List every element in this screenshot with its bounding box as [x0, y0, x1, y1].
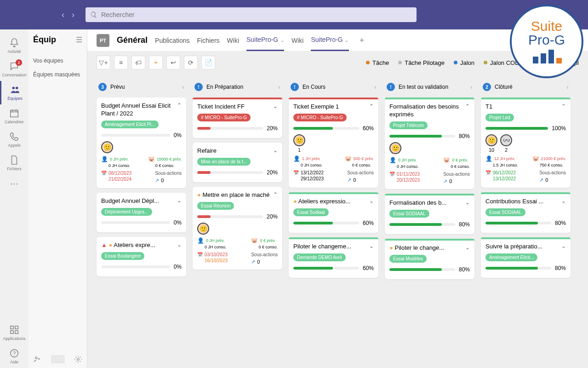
rail-calls[interactable]: Appels	[0, 128, 29, 151]
chevron-down-icon[interactable]: ⌄	[561, 198, 566, 204]
chevron-down-icon[interactable]: ⌄	[369, 243, 374, 249]
chevron-down-icon: ⌄	[279, 38, 284, 43]
column-title: Prévu	[110, 84, 178, 90]
team-sidebar-title: Équip	[33, 35, 56, 45]
card[interactable]: Ticket Exemple 1⌃ # MICRO - SuitePro-G 6…	[289, 98, 378, 188]
card[interactable]: ● Piloter le change...⌄ Essai Modèles 80…	[385, 239, 474, 279]
search-input[interactable]	[101, 11, 412, 18]
search-box[interactable]	[86, 7, 417, 22]
chevron-down-icon[interactable]: ⌄	[369, 198, 374, 204]
column-badge: !	[387, 83, 395, 91]
rail-chat[interactable]: 2 Conversation	[0, 58, 29, 81]
your-teams-link[interactable]: Vos équipes	[33, 54, 82, 68]
card[interactable]: T1⌃ Projet Led 100% 🙂10 👓2 👤12 JH prév.1…	[481, 98, 571, 188]
share-icon: ↗	[539, 177, 543, 183]
team-sidebar: Équip ☰ Vos équipes Équipes masquées	[29, 29, 87, 368]
tab-publications[interactable]: Publications	[155, 30, 190, 51]
chevron-up-icon[interactable]: ⌃	[465, 103, 470, 109]
card[interactable]: ● Mettre en place le maché⌃ Essai Réunio…	[193, 187, 282, 270]
alert-icon: ●	[293, 198, 297, 205]
person-icon: 👤	[197, 237, 204, 244]
project-chip: Essai Boulangère	[101, 252, 144, 260]
piggy-icon: 🐷	[251, 237, 258, 244]
gear-icon[interactable]	[74, 355, 82, 363]
card[interactable]: ● Ateliers expressio...⌄ Essai Sodiaal 6…	[289, 192, 378, 233]
column-badge: !	[194, 83, 203, 91]
tab-suitepro-2[interactable]: SuitePro-G ⌄	[311, 29, 348, 51]
hidden-teams-link[interactable]: Équipes masquées	[33, 68, 82, 81]
rail-files[interactable]: Fichiers	[0, 151, 29, 175]
alert-icon: ●	[109, 242, 113, 248]
rail-help[interactable]: ? Aide	[0, 345, 29, 368]
chevron-down-icon[interactable]: ⌄	[561, 243, 566, 249]
teams-icon	[10, 85, 20, 95]
refresh-button[interactable]: ⟳	[184, 56, 198, 69]
project-chip: Aménagement Elicit...	[485, 253, 537, 261]
chevron-down-icon[interactable]: ⌄	[177, 197, 182, 204]
add-people-icon[interactable]	[33, 355, 41, 363]
chevron-up-icon[interactable]: ⌃	[369, 103, 374, 109]
card[interactable]: Ticket Incident FF⌄ # MICRO - SuitePro-G…	[193, 98, 282, 138]
bell-icon	[9, 38, 19, 48]
card[interactable]: Suivre la préparatio...⌄ Aménagement Eli…	[481, 237, 571, 278]
project-chip: Essai Sodiaal	[293, 208, 329, 216]
collapse-icon[interactable]: ‹	[182, 83, 184, 91]
chevron-down-icon[interactable]: ⌄	[465, 199, 470, 206]
nav-back-icon[interactable]: ‹	[60, 8, 66, 22]
collapse-icon[interactable]: ‹	[470, 83, 473, 91]
chevron-down-icon[interactable]: ⌄	[273, 147, 278, 154]
warning-icon: ▲	[101, 242, 107, 248]
svg-rect-13	[548, 50, 554, 63]
avatar: 🙂	[485, 134, 497, 146]
card[interactable]: Refaire⌄ Mise en place de la f... 20%	[193, 143, 282, 182]
tab-files[interactable]: Fichiers	[197, 30, 220, 51]
chevron-up-icon[interactable]: ⌃	[177, 102, 182, 109]
card[interactable]: Contributions Essai ...⌄ Essai SODIAAL 8…	[481, 192, 571, 233]
apps-icon	[9, 325, 19, 335]
rail-calendar[interactable]: Calendrier	[0, 104, 29, 128]
rail-activity[interactable]: Activité	[0, 34, 29, 58]
card[interactable]: Budget Annuel Dépl...⌄ Déploiement Upgra…	[97, 193, 186, 232]
card[interactable]: Formalisation des besoins exprimés⌃ Proj…	[385, 98, 474, 189]
rail-teams[interactable]: Équipes	[0, 81, 29, 104]
rail-more[interactable]: ⋯	[0, 175, 29, 192]
add-tab-button[interactable]: ＋	[356, 34, 367, 47]
document-button[interactable]: 📄	[201, 56, 215, 69]
channel-name: Général	[117, 35, 148, 45]
tag-button[interactable]: 🏷	[131, 56, 145, 69]
column-title: En Préparation	[206, 84, 274, 90]
add-button[interactable]: ＋	[149, 56, 163, 69]
card[interactable]: Formalisation des b...⌄ Essai SODIAAL 80…	[385, 194, 474, 234]
chevron-up-icon[interactable]: ⌃	[561, 103, 566, 109]
svg-rect-5	[11, 331, 13, 334]
chevron-down-icon[interactable]: ⌄	[177, 242, 182, 248]
tab-wiki-2[interactable]: Wiki	[291, 30, 303, 51]
sort-button[interactable]: ≡	[114, 56, 128, 69]
avatar: 🙂	[293, 134, 305, 146]
chevron-up-icon[interactable]: ⌃	[273, 191, 278, 198]
rail-apps[interactable]: Applications	[0, 321, 29, 345]
chevron-down-icon[interactable]: ⌄	[273, 103, 278, 109]
suitepro-logo: Suite Pro-G	[510, 5, 583, 78]
avatar: 👓	[500, 134, 512, 146]
card[interactable]: Budget Annuel Essai Elicit Plant / 2022⌃…	[97, 98, 186, 188]
tab-wiki[interactable]: Wiki	[227, 30, 239, 51]
card[interactable]: ▲ ● Ateliers expre...⌄ Essai Boulangère …	[97, 237, 186, 276]
collapse-icon[interactable]: ‹	[566, 83, 569, 91]
alert-icon: ●	[389, 244, 393, 251]
tab-suitepro-1[interactable]: SuitePro-G ⌄	[246, 29, 284, 51]
nav-forward-icon[interactable]: ›	[70, 8, 76, 22]
collapse-icon[interactable]: ‹	[374, 83, 377, 91]
card[interactable]: Piloter le changeme...⌄ Demande DEMO Avr…	[289, 237, 378, 278]
channel-avatar: PT	[97, 34, 109, 47]
chevron-down-icon[interactable]: ⌄	[465, 244, 470, 251]
card-title: ▲ ● Ateliers expre...	[101, 242, 155, 249]
svg-rect-2	[11, 110, 18, 117]
column-en-cours: ! En Cours ‹ Ticket Exemple 1⌃ # MICRO -…	[289, 80, 378, 362]
svg-rect-11	[533, 57, 538, 63]
calendar-small-icon: 📅	[197, 252, 203, 257]
filter-icon[interactable]: ☰	[76, 35, 82, 44]
filter-button[interactable]: ▽+	[97, 56, 110, 69]
undo-button[interactable]: ↩	[166, 56, 180, 69]
collapse-icon[interactable]: ‹	[278, 83, 280, 91]
